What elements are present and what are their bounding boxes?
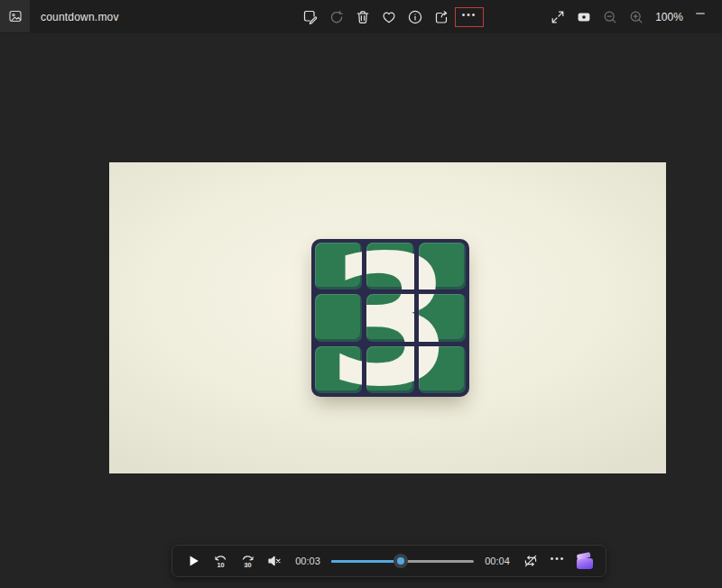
player-ellipsis-icon: ••• (551, 555, 566, 567)
see-more-button[interactable]: ••• (456, 8, 483, 26)
edit-image-icon (302, 9, 319, 25)
skip-forward-30-icon: 30 (239, 553, 256, 570)
seek-thumb-dot (397, 557, 404, 565)
heart-icon (381, 9, 397, 25)
share-icon (433, 9, 449, 25)
rotate-icon (329, 9, 345, 25)
share-button[interactable] (430, 5, 453, 29)
current-time: 00:03 (288, 556, 328, 566)
repeat-button[interactable] (517, 547, 544, 574)
skip-back-10-icon: 10 (212, 553, 229, 570)
toolbar-right: 100% (547, 0, 684, 33)
player-more-button[interactable]: ••• (544, 547, 571, 574)
speaker-muted-icon (266, 553, 282, 569)
favorite-button[interactable] (377, 5, 401, 29)
seek-slider[interactable] (328, 547, 477, 574)
seek-thumb[interactable] (393, 554, 408, 568)
info-icon (407, 9, 423, 25)
zoom-level-label: 100% (652, 11, 684, 23)
ellipsis-icon: ••• (462, 11, 477, 23)
clipchamp-button[interactable] (571, 547, 598, 574)
countdown-digit: 3 (311, 239, 469, 397)
seek-fill (331, 560, 401, 563)
app-button[interactable] (0, 0, 30, 32)
zoom-out-icon (602, 9, 618, 25)
cube-gridline (315, 289, 466, 294)
toolbar-center: ••• (299, 0, 483, 33)
skip-back-button[interactable]: 10 (207, 547, 234, 574)
fullscreen-icon (550, 9, 566, 25)
repeat-off-icon (523, 553, 539, 569)
mute-button[interactable] (261, 547, 288, 574)
skip-forward-button[interactable]: 30 (234, 547, 261, 574)
trash-icon (355, 9, 371, 25)
rotate-button[interactable] (325, 5, 348, 29)
window-dash-icon[interactable] (696, 13, 705, 14)
delete-button[interactable] (351, 5, 375, 29)
zoom-in-button[interactable] (625, 5, 647, 29)
info-button[interactable] (403, 5, 427, 29)
zoom-in-icon (628, 9, 644, 25)
titlebar: countdown.mov (0, 0, 722, 33)
zoom-out-button[interactable] (599, 5, 621, 29)
clipchamp-icon (577, 554, 594, 569)
play-button[interactable] (180, 547, 207, 574)
edit-image-button[interactable] (299, 5, 322, 29)
cube-gridline (315, 342, 466, 346)
filename-title: countdown.mov (41, 0, 119, 33)
video-canvas[interactable]: 3 (109, 162, 666, 473)
svg-text:10: 10 (217, 560, 224, 568)
countdown-cube: 3 (311, 239, 469, 397)
photos-icon (8, 9, 23, 23)
cube-gridline (414, 243, 419, 393)
fullscreen-button[interactable] (547, 5, 569, 29)
cube-gridline (362, 243, 366, 393)
fit-to-window-icon (576, 9, 592, 25)
fit-to-window-button[interactable] (573, 5, 595, 29)
play-icon (186, 554, 200, 568)
total-time: 00:04 (477, 556, 517, 566)
playback-bar: 10 30 00:03 00:0 (171, 545, 606, 577)
seek-track[interactable] (331, 560, 474, 563)
svg-text:30: 30 (244, 560, 251, 568)
